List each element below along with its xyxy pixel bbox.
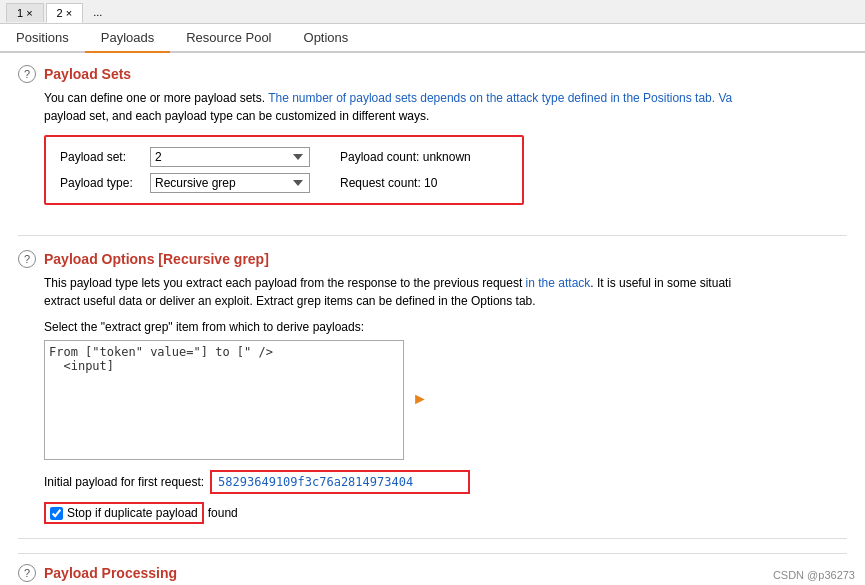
stop-duplicate-checkbox-wrapper: Stop if duplicate payload [44, 502, 204, 524]
footer-text: CSDN @p36273 [773, 569, 855, 581]
payload-count-text: Payload count: unknown [340, 150, 471, 164]
tab-options[interactable]: Options [288, 24, 365, 53]
payload-type-label: Payload type: [60, 176, 150, 190]
grep-arrow-icon: ► [412, 390, 428, 408]
payload-processing-help-icon[interactable]: ? [18, 564, 36, 582]
footer: CSDN @p36273 [763, 565, 865, 585]
payload-options-desc: This payload type lets you extract each … [44, 274, 847, 310]
payload-options-header: ? Payload Options [Recursive grep] [18, 250, 847, 268]
tab-payloads[interactable]: Payloads [85, 24, 170, 53]
stop-duplicate-label-after: found [208, 506, 238, 520]
payload-set-label: Payload set: [60, 150, 150, 164]
grep-box-container: From ["token" value="] to [" /> <input] … [44, 340, 847, 460]
divider-1 [18, 235, 847, 236]
initial-payload-label: Initial payload for first request: [44, 475, 204, 489]
initial-payload-input[interactable] [210, 470, 470, 494]
payload-options-help-icon[interactable]: ? [18, 250, 36, 268]
tab-top-ellipsis[interactable]: ... [85, 3, 110, 21]
payload-processing-header: ? Payload Processing [18, 553, 847, 582]
payload-type-row: Payload type: Recursive grep Simple list… [60, 173, 508, 193]
request-count-text: Request count: 10 [340, 176, 437, 190]
grep-textarea[interactable]: From ["token" value="] to [" /> <input] [44, 340, 404, 460]
payload-processing-title: Payload Processing [44, 565, 177, 581]
tab-top-1[interactable]: 1 × [6, 3, 44, 22]
payload-type-select[interactable]: Recursive grep Simple list Runtime file … [150, 173, 310, 193]
stop-duplicate-checkbox[interactable] [50, 507, 63, 520]
main-tab-bar: Positions Payloads Resource Pool Options [0, 24, 865, 53]
top-tab-bar: 1 × 2 × ... [0, 0, 865, 24]
payload-sets-desc-blue: The number of payload sets depends on th… [268, 91, 732, 105]
payload-sets-header: ? Payload Sets [18, 65, 847, 83]
payload-options-title: Payload Options [Recursive grep] [44, 251, 269, 267]
payload-set-select[interactable]: 2 1 3 4 [150, 147, 310, 167]
payload-sets-desc-plain2: payload set, and each payload type can b… [44, 109, 429, 123]
payload-sets-title: Payload Sets [44, 66, 131, 82]
tab-resource-pool[interactable]: Resource Pool [170, 24, 287, 53]
stop-duplicate-label-inline: Stop if duplicate payload [67, 506, 198, 520]
main-content: ? Payload Sets You can define one or mor… [0, 53, 865, 585]
initial-payload-row: Initial payload for first request: [44, 470, 847, 494]
divider-2 [18, 538, 847, 539]
payload-sets-desc-plain: You can define one or more payload sets. [44, 91, 268, 105]
tab-top-2[interactable]: 2 × [46, 3, 84, 23]
payload-sets-box: Payload set: 2 1 3 4 Payload count: unkn… [44, 135, 524, 205]
stop-duplicate-row: Stop if duplicate payload found [44, 502, 847, 524]
grep-select-label: Select the "extract grep" item from whic… [44, 320, 847, 334]
payload-sets-desc: You can define one or more payload sets.… [44, 89, 847, 125]
tab-positions[interactable]: Positions [0, 24, 85, 53]
payload-sets-help-icon[interactable]: ? [18, 65, 36, 83]
payload-set-row: Payload set: 2 1 3 4 Payload count: unkn… [60, 147, 508, 167]
